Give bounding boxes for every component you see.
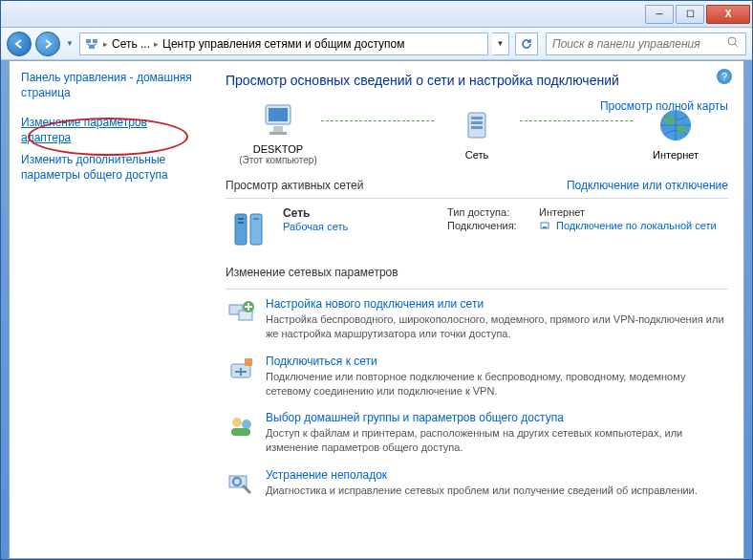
map-network: Сеть: [424, 105, 529, 161]
svg-rect-9: [471, 117, 483, 119]
computer-icon: [258, 99, 298, 140]
arrow-left-icon: [13, 38, 25, 50]
new-connection-icon: [226, 297, 256, 328]
svg-rect-19: [253, 218, 259, 220]
main-panel: ? Просмотр основных сведений о сети и на…: [210, 61, 743, 558]
svg-point-28: [242, 420, 251, 429]
troubleshoot-icon: [226, 468, 256, 499]
breadcrumb-network[interactable]: Сеть ...: [112, 37, 150, 51]
network-info: Сеть Рабочая сеть: [283, 206, 436, 252]
forward-button[interactable]: [35, 32, 60, 56]
svg-rect-26: [245, 358, 252, 366]
network-node-icon: [457, 105, 497, 145]
toolbar: ▼ ▸ Сеть ... ▸ Центр управления сетями и…: [1, 28, 752, 60]
svg-rect-6: [273, 126, 283, 132]
homegroup-icon: [226, 411, 256, 442]
active-network-entry: Сеть Рабочая сеть Тип доступа: Интернет …: [226, 206, 728, 252]
setting-link[interactable]: Устранение неполадок: [266, 468, 698, 482]
svg-rect-21: [543, 226, 547, 228]
sidebar-advanced-sharing-link[interactable]: Изменить дополнительные параметры общего…: [21, 153, 199, 183]
svg-rect-1: [93, 39, 97, 43]
connection-link[interactable]: Подключение по локальной сети: [556, 220, 717, 233]
sidebar-home-link[interactable]: Панель управления - домашняя страница: [21, 71, 199, 100]
close-button[interactable]: X: [706, 5, 750, 24]
server-icon: [226, 206, 271, 252]
network-map: Просмотр полной карты DESKTOP (Этот комп…: [226, 99, 728, 165]
history-dropdown[interactable]: ▼: [64, 32, 75, 56]
setting-connect-network: Подключиться к сети Подключение или повт…: [226, 355, 728, 398]
setting-troubleshoot: Устранение неполадок Диагностика и испра…: [226, 468, 728, 499]
search-input[interactable]: [552, 37, 726, 51]
svg-point-13: [664, 116, 676, 125]
refresh-button[interactable]: [515, 32, 538, 55]
map-connector: [520, 120, 633, 121]
refresh-icon: [520, 37, 533, 51]
map-connector: [321, 120, 434, 121]
setting-homegroup: Выбор домашней группы и параметров общег…: [226, 411, 728, 455]
svg-rect-7: [269, 132, 287, 135]
active-networks-header: Просмотр активных сетей Подключение или …: [226, 173, 728, 192]
network-icon: [84, 36, 99, 52]
breadcrumb-center[interactable]: Центр управления сетями и общим доступом: [162, 37, 405, 51]
svg-rect-29: [231, 428, 250, 436]
svg-point-27: [232, 418, 242, 427]
window: ─ ☐ X ▼ ▸ Сеть ... ▸ Центр управления се…: [0, 0, 753, 560]
setting-new-connection: Настройка нового подключения или сети На…: [226, 297, 728, 341]
ethernet-icon: [539, 220, 550, 233]
divider: [226, 198, 728, 199]
full-map-link[interactable]: Просмотр полной карты: [600, 99, 728, 113]
sidebar: Панель управления - домашняя страница Из…: [10, 61, 210, 558]
chevron-right-icon: ▸: [103, 39, 108, 49]
map-internet: Интернет: [623, 105, 728, 161]
maximize-button[interactable]: ☐: [676, 5, 704, 24]
chevron-right-icon: ▸: [154, 39, 159, 49]
setting-link[interactable]: Выбор домашней группы и параметров общег…: [266, 411, 728, 424]
minimize-button[interactable]: ─: [645, 5, 674, 24]
svg-point-14: [677, 125, 686, 133]
search-icon: [726, 35, 740, 53]
svg-rect-5: [269, 108, 288, 121]
window-buttons: ─ ☐ X: [645, 5, 750, 24]
svg-rect-18: [238, 222, 244, 224]
titlebar: ─ ☐ X: [1, 1, 752, 28]
setting-link[interactable]: Настройка нового подключения или сети: [266, 297, 728, 311]
address-dropdown[interactable]: ▼: [492, 32, 509, 55]
setting-link[interactable]: Подключиться к сети: [266, 355, 728, 368]
settings-section-title: Изменение сетевых параметров: [226, 266, 728, 279]
back-button[interactable]: [7, 32, 32, 56]
svg-rect-11: [471, 126, 483, 129]
svg-rect-0: [86, 39, 91, 43]
search-box[interactable]: [546, 32, 746, 55]
arrow-right-icon: [42, 38, 54, 50]
map-this-computer: DESKTOP (Этот компьютер): [226, 99, 331, 165]
svg-rect-2: [89, 45, 95, 49]
divider: [226, 289, 728, 290]
svg-rect-17: [238, 218, 244, 220]
help-icon[interactable]: ?: [717, 69, 732, 84]
connect-icon: [226, 355, 256, 385]
svg-rect-8: [468, 113, 485, 138]
svg-point-3: [728, 37, 736, 45]
connect-disconnect-link[interactable]: Подключение или отключение: [567, 179, 728, 192]
network-type-link[interactable]: Рабочая сеть: [283, 221, 348, 232]
svg-rect-10: [471, 121, 483, 124]
page-heading: Просмотр основных сведений о сети и наст…: [226, 73, 728, 88]
network-details: Тип доступа: Интернет Подключения: Подкл…: [447, 206, 728, 252]
content: Панель управления - домашняя страница Из…: [9, 60, 744, 559]
address-bar[interactable]: ▸ Сеть ... ▸ Центр управления сетями и о…: [79, 32, 488, 55]
sidebar-adapter-settings-link[interactable]: Изменение параметров адаптера: [21, 116, 199, 145]
